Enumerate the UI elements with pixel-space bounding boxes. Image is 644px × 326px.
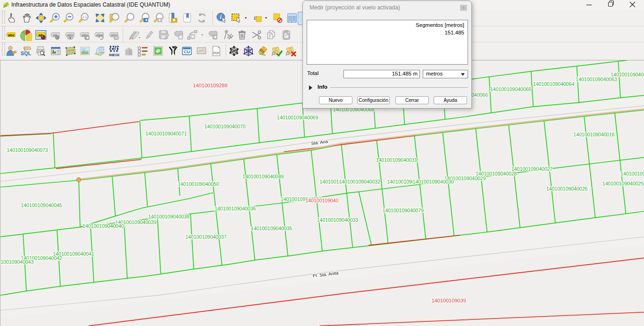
svg-text:140100109040024: 140100109040024 xyxy=(620,171,644,176)
svg-text:140100109040043: 140100109040043 xyxy=(0,259,33,265)
svg-text:abc: abc xyxy=(96,33,103,37)
svg-text:140100109040028: 140100109040028 xyxy=(476,171,517,176)
svg-text:140100109040037: 140100109040037 xyxy=(185,234,227,240)
svg-text:140100109040049: 140100109040049 xyxy=(243,174,284,179)
svg-text:140100109040079: 140100109040079 xyxy=(383,208,424,213)
svg-text:140100109040040: 140100109040040 xyxy=(83,224,124,229)
svg-text:SQL: SQL xyxy=(21,50,32,56)
svg-text:140100109040050: 140100109040050 xyxy=(178,182,219,187)
svg-text:140100109040033: 140100109040033 xyxy=(317,217,359,223)
svg-text:140100109039: 140100109039 xyxy=(432,298,466,303)
svg-text:PDF: PDF xyxy=(213,51,219,55)
svg-text:140100109040027: 140100109040027 xyxy=(511,167,553,172)
svg-text:abc: abc xyxy=(67,33,74,37)
svg-text:CU: CU xyxy=(184,50,190,54)
svg-text:140100109040016: 140100109040016 xyxy=(573,132,615,137)
svg-text:140100109040063: 140100109040063 xyxy=(576,77,617,82)
svg-text:140100109040045: 140100109040045 xyxy=(21,203,62,208)
svg-text:1:1: 1:1 xyxy=(83,15,87,18)
svg-text:140100109040070: 140100109040070 xyxy=(204,124,246,129)
svg-text:1401001090: 1401001090 xyxy=(387,179,414,184)
svg-text:140100109040030: 140100109040030 xyxy=(413,179,454,184)
svg-text:140100109040065: 140100109040065 xyxy=(490,87,532,92)
svg-text:140100109040036: 140100109040036 xyxy=(215,206,256,211)
svg-text:ε: ε xyxy=(254,14,257,21)
svg-text:INEGI: INEGI xyxy=(109,53,119,57)
svg-text:140100109040071: 140100109040071 xyxy=(146,131,187,136)
svg-text:140100109040064: 140100109040064 xyxy=(533,82,575,87)
svg-text:140100109040073: 140100109040073 xyxy=(7,148,48,153)
svg-text:140100109040069: 140100109040069 xyxy=(277,115,318,120)
svg-text:140100109040035: 140100109040035 xyxy=(251,226,293,231)
svg-text:140100109040032: 140100109040032 xyxy=(339,179,381,184)
svg-text:140100109040: 140100109040 xyxy=(306,198,339,203)
svg-text:140100109040026: 140100109040026 xyxy=(546,186,588,192)
svg-text:140100109040038: 140100109040038 xyxy=(148,214,190,219)
svg-text:140100109040025: 140100109040025 xyxy=(602,181,644,186)
svg-text:140100109040031: 140100109040031 xyxy=(376,158,418,163)
svg-text:140100109040063: 140100109040063 xyxy=(611,72,644,77)
svg-text:abc: abc xyxy=(8,33,15,37)
svg-text:140100109288: 140100109288 xyxy=(193,83,227,88)
